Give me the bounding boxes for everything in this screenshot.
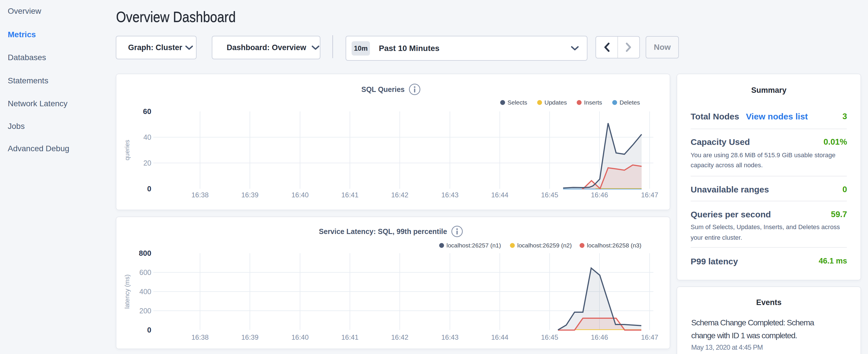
svg-text:16:42: 16:42 xyxy=(391,191,408,199)
svg-text:16:43: 16:43 xyxy=(441,191,459,199)
svg-text:16:46: 16:46 xyxy=(591,333,608,341)
svg-text:16:40: 16:40 xyxy=(291,333,309,341)
svg-text:0: 0 xyxy=(147,185,151,193)
svg-text:16:47: 16:47 xyxy=(641,191,658,199)
svg-text:localhost:26259 (n2): localhost:26259 (n2) xyxy=(517,242,572,249)
svg-text:16:47: 16:47 xyxy=(641,333,658,341)
svg-text:16:40: 16:40 xyxy=(291,191,309,199)
svg-text:800: 800 xyxy=(139,249,151,257)
svg-text:latency (ms): latency (ms) xyxy=(124,275,131,309)
svg-text:16:41: 16:41 xyxy=(341,333,359,341)
svg-text:Selects: Selects xyxy=(507,99,527,106)
svg-text:16:44: 16:44 xyxy=(491,333,508,341)
svg-text:Deletes: Deletes xyxy=(620,99,640,106)
svg-text:localhost:26257 (n1): localhost:26257 (n1) xyxy=(446,242,501,249)
svg-text:16:45: 16:45 xyxy=(541,333,558,341)
svg-text:localhost:26258 (n3): localhost:26258 (n3) xyxy=(587,242,641,249)
svg-text:600: 600 xyxy=(139,268,151,277)
svg-text:16:38: 16:38 xyxy=(191,191,209,199)
svg-text:16:39: 16:39 xyxy=(241,191,258,199)
svg-text:queries: queries xyxy=(124,140,131,160)
svg-text:60: 60 xyxy=(143,107,151,116)
svg-text:16:43: 16:43 xyxy=(441,333,459,341)
svg-text:16:38: 16:38 xyxy=(191,333,209,341)
svg-text:400: 400 xyxy=(139,288,151,296)
svg-text:Inserts: Inserts xyxy=(584,99,602,106)
svg-text:20: 20 xyxy=(143,159,151,167)
svg-text:200: 200 xyxy=(139,307,151,315)
svg-text:16:41: 16:41 xyxy=(341,191,359,199)
svg-text:40: 40 xyxy=(143,133,151,141)
svg-text:16:42: 16:42 xyxy=(391,333,408,341)
svg-text:16:44: 16:44 xyxy=(491,191,508,199)
svg-text:0: 0 xyxy=(147,326,151,334)
svg-text:16:46: 16:46 xyxy=(591,191,608,199)
svg-text:16:39: 16:39 xyxy=(241,333,258,341)
svg-text:16:45: 16:45 xyxy=(541,191,558,199)
svg-text:Updates: Updates xyxy=(545,99,567,106)
